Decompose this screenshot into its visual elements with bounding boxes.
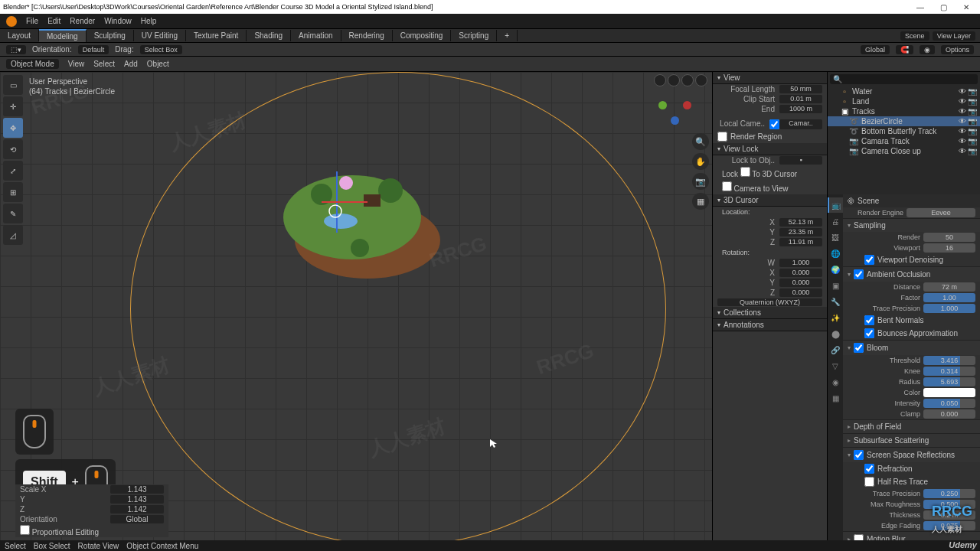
eye-icon[interactable]: 👁	[959, 117, 966, 126]
tab-modifier-icon[interactable]: 🔧	[828, 294, 843, 309]
ssr-checkbox[interactable]	[854, 450, 864, 460]
bounces-approx-checkbox[interactable]	[864, 328, 874, 338]
sec-sss[interactable]: Subsurface Scattering	[843, 434, 980, 447]
bloom-radius-input[interactable]: 5.693	[923, 377, 975, 386]
eye-icon[interactable]: 👁	[959, 127, 966, 135]
menu-edit[interactable]: Edit	[47, 17, 60, 25]
persp-ortho-icon[interactable]: ▦	[692, 193, 709, 210]
tool-select-box[interactable]: ▭	[3, 75, 23, 95]
select-tool-dropdown[interactable]: ⬚▾	[6, 45, 26, 54]
render-engine-dropdown[interactable]: Eevee	[906, 208, 975, 217]
outliner-search[interactable]: 🔍	[830, 74, 978, 84]
pan-icon[interactable]: ✋	[692, 153, 709, 170]
cursor-x-input[interactable]: 52.13 m	[779, 218, 822, 227]
tab-compositing[interactable]: Compositing	[393, 30, 452, 41]
scene-dropdown[interactable]: Scene	[900, 31, 929, 41]
redo-panel[interactable]: Scale X1.143 Y1.143 Z1.142 OrientationGl…	[15, 484, 168, 537]
axis-y-icon[interactable]	[658, 101, 667, 109]
outliner-search-input[interactable]	[845, 75, 975, 83]
sec-ssr[interactable]: Screen Space Reflections	[843, 448, 980, 462]
close-icon[interactable]: ✕	[956, 2, 977, 12]
lock-obj-field[interactable]: ▪	[779, 156, 822, 165]
render-visibility-icon[interactable]: 📷	[968, 107, 977, 116]
transform-orient-dropdown[interactable]: Global	[861, 45, 890, 54]
sec-sampling[interactable]: Sampling	[843, 219, 980, 232]
tab-constraint-icon[interactable]: 🔗	[828, 342, 843, 357]
tab-texture-icon[interactable]: ▦	[828, 390, 843, 406]
orbit-gizmo[interactable]	[655, 86, 697, 127]
sec-dof[interactable]: Depth of Field	[843, 420, 980, 433]
axis-z-icon[interactable]	[671, 116, 679, 125]
tool-rotate[interactable]: ⟲	[3, 139, 23, 159]
tab-scripting[interactable]: Scripting	[451, 30, 497, 41]
outliner-row[interactable]: 📷Camera Close up👁📷	[828, 146, 980, 156]
halfres-checkbox[interactable]	[864, 477, 874, 487]
local-camera-field[interactable]: Camar..	[779, 119, 822, 129]
tab-modeling[interactable]: Modeling	[39, 29, 87, 42]
orientation-dropdown[interactable]: Default	[78, 45, 109, 54]
bloom-checkbox[interactable]	[854, 343, 864, 353]
local-camera-checkbox[interactable]	[769, 119, 779, 129]
tab-viewlayer-icon[interactable]: 🖼	[828, 230, 843, 245]
shading-matprev-icon[interactable]	[681, 74, 694, 86]
menu-file[interactable]: File	[26, 17, 38, 25]
shading-solid-icon[interactable]	[668, 74, 680, 86]
ao-distance-input[interactable]: 72 m	[923, 282, 975, 292]
shading-rendered-icon[interactable]	[695, 74, 707, 86]
menu-render[interactable]: Render	[70, 17, 95, 25]
menu-view[interactable]: View	[68, 60, 85, 68]
outliner-row[interactable]: ▣Tracks👁📷	[828, 106, 980, 116]
sec-bloom[interactable]: Bloom	[843, 341, 980, 355]
cursor-rw-input[interactable]: 1.000	[779, 259, 822, 267]
tab-data-icon[interactable]: ▽	[828, 358, 843, 373]
refraction-checkbox[interactable]	[864, 464, 874, 474]
shading-wireframe-icon[interactable]	[654, 74, 666, 86]
tab-animation[interactable]: Animation	[291, 30, 341, 41]
options-dropdown[interactable]: Options	[941, 45, 974, 54]
lock-camview-checkbox[interactable]	[722, 181, 732, 191]
tab-scene-icon[interactable]: 🌐	[828, 246, 843, 261]
render-visibility-icon[interactable]: 📷	[968, 147, 977, 155]
bloom-threshold-input[interactable]: 3.416	[923, 356, 975, 365]
tab-sculpting[interactable]: Sculpting	[87, 30, 134, 41]
render-region-checkbox[interactable]	[717, 132, 727, 142]
sample-viewport-input[interactable]: 16	[923, 243, 975, 253]
menu-window[interactable]: Window	[104, 17, 132, 25]
bloom-intensity-input[interactable]: 0.050	[923, 399, 975, 408]
outliner-row[interactable]: ▫Water👁📷	[828, 86, 980, 96]
rotation-mode-dropdown[interactable]: Quaternion (WXYZ)	[717, 298, 822, 306]
sec-ao[interactable]: Ambient Occlusion	[843, 267, 980, 282]
np-collections-header[interactable]: Collections	[713, 307, 827, 319]
cursor-z-input[interactable]: 11.91 m	[779, 238, 822, 246]
menu-add[interactable]: Add	[124, 60, 138, 68]
zoom-icon[interactable]: 🔍	[692, 133, 709, 150]
minimize-icon[interactable]: —	[910, 2, 931, 12]
np-3dcursor-header[interactable]: 3D Cursor	[713, 194, 827, 207]
tab-layout[interactable]: Layout	[0, 30, 39, 41]
focal-length-input[interactable]: 50 mm	[779, 85, 822, 93]
maximize-icon[interactable]: ▢	[933, 2, 954, 12]
tab-object-icon[interactable]: ▣	[828, 278, 843, 293]
lock-3dcursor-checkbox[interactable]	[740, 167, 750, 177]
tab-add[interactable]: +	[497, 30, 518, 41]
tab-uv[interactable]: UV Editing	[134, 30, 186, 41]
menu-object[interactable]: Object	[147, 60, 169, 68]
tab-physics-icon[interactable]: ⬤	[828, 326, 843, 341]
tab-shading[interactable]: Shading	[247, 30, 291, 41]
tool-cursor[interactable]: ✛	[3, 96, 23, 116]
outliner-row[interactable]: ➰Bottom Butterfly Track👁📷	[828, 126, 980, 136]
cursor-ry-input[interactable]: 0.000	[779, 279, 822, 287]
tab-texture-paint[interactable]: Texture Paint	[186, 30, 247, 41]
bent-normals-checkbox[interactable]	[864, 315, 874, 325]
tool-measure[interactable]: ◿	[3, 225, 23, 245]
render-visibility-icon[interactable]: 📷	[968, 87, 977, 96]
clip-end-input[interactable]: 1000 m	[779, 105, 822, 113]
axis-x-icon[interactable]	[683, 101, 691, 109]
outliner-row[interactable]: 📷Camara Track👁📷	[828, 136, 980, 146]
render-visibility-icon[interactable]: 📷	[968, 117, 977, 126]
ao-checkbox[interactable]	[854, 269, 864, 279]
snap-toggle[interactable]: 🧲	[896, 45, 913, 54]
eye-icon[interactable]: 👁	[959, 97, 966, 106]
render-visibility-icon[interactable]: 📷	[968, 137, 977, 145]
tab-particle-icon[interactable]: ✨	[828, 310, 843, 325]
